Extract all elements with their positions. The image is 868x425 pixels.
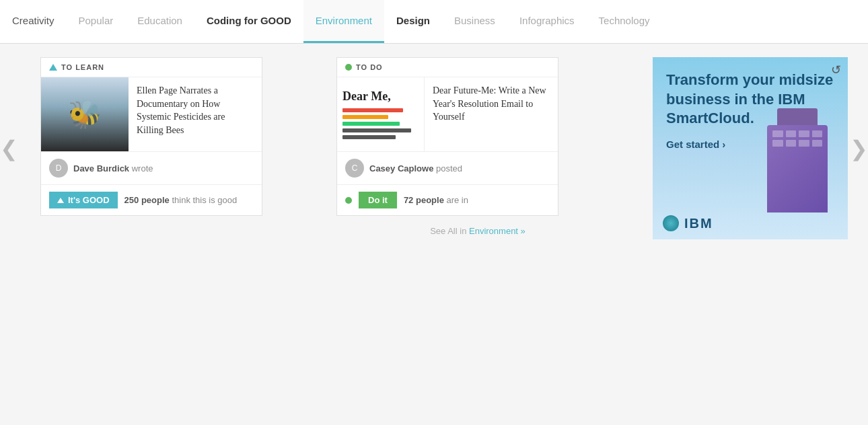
window [799,140,809,147]
card1-wrote: wrote [132,163,153,173]
window [799,130,809,137]
line4 [342,128,411,132]
nav-item-design[interactable]: Design [384,0,442,43]
ibm-globe-icon [663,215,679,231]
see-all: See All in Environment » [336,216,619,239]
card1-title: Ellen Page Narrates a Documentary on How… [129,77,262,151]
see-all-link[interactable]: Environment » [469,226,526,236]
building-windows [767,125,828,152]
card2-title: Dear Future-Me: Write a New Year's Resol… [425,77,558,151]
card2-tag-label: TO DO [356,63,383,71]
nav-item-creativity[interactable]: Creativity [0,0,67,43]
line2 [342,115,388,119]
dear-me-title-art: Dear Me, [342,89,419,104]
card2-section: TO DO Dear Me, [336,57,619,239]
carousel-left-arrow[interactable]: ❮ [0,136,18,161]
bees-image [41,77,129,151]
card1-image [41,77,129,151]
window [786,140,797,147]
card2-tag: TO DO [337,58,558,77]
card2-action: Do it 72 people are in [337,184,558,215]
ibm-logo: IBM [684,216,713,231]
window [812,130,823,137]
card2-image: Dear Me, [337,77,425,151]
good-arrow-icon [57,198,64,203]
tag-arrow-icon [49,64,57,71]
card2-doit-button[interactable]: Do it [359,192,397,208]
ad-building-art [754,98,841,212]
tag-dot-icon [345,64,352,71]
card1: TO LEARN Ellen Page Narrates a Documenta… [40,57,262,216]
main-content: ❮ TO LEARN Ellen Page Narrates a Documen… [0,44,868,253]
window [786,130,797,137]
card1-count: 250 people think this is good [124,195,238,205]
nav-item-popular[interactable]: Popular [67,0,126,43]
card1-section: TO LEARN Ellen Page Narrates a Documenta… [40,57,323,239]
card1-tag: TO LEARN [41,58,262,77]
line1 [342,108,403,112]
ad-panel: ↺ Transform your midsize business in the… [653,57,848,239]
ad-refresh-icon[interactable]: ↺ [831,63,841,77]
card2-body: Dear Me, Dear Future-Me: Write a New Yea… [337,77,558,151]
building-top [777,108,818,125]
card1-good-button[interactable]: It's GOOD [49,192,118,208]
line3 [342,122,400,126]
card2-avatar: C [345,159,364,178]
good-button-label: It's GOOD [68,195,110,205]
card1-author: D Dave Burdick wrote [41,151,262,184]
action-dot-icon [345,197,352,204]
main-nav: Creativity Popular Education Coding for … [0,0,868,44]
card2-posted: posted [436,163,462,173]
window [772,130,783,137]
window [772,140,783,147]
ad-ibm-area: IBM [663,215,713,231]
nav-item-infographics[interactable]: Infographics [507,0,587,43]
card2-count: 72 people are in [404,195,468,205]
nav-item-education[interactable]: Education [125,0,194,43]
cards-area: TO LEARN Ellen Page Narrates a Documenta… [40,57,619,239]
window [812,140,823,147]
card1-action: It's GOOD 250 people think this is good [41,184,262,215]
see-all-prefix: See All in [430,226,469,236]
carousel-right-arrow[interactable]: ❯ [850,136,868,161]
nav-item-coding[interactable]: Coding for GOOD [194,0,303,43]
card1-body: Ellen Page Narrates a Documentary on How… [41,77,262,151]
card1-avatar: D [49,159,68,178]
nav-item-business[interactable]: Business [442,0,507,43]
dear-me-image: Dear Me, [337,77,425,151]
card2-author-name: Casey Caplowe [369,163,433,173]
building-main [767,125,828,212]
nav-item-environment[interactable]: Environment [303,0,384,43]
card2-author: C Casey Caplowe posted [337,151,558,184]
card1-tag-label: TO LEARN [61,63,104,71]
line5 [342,135,396,139]
nav-item-technology[interactable]: Technology [587,0,662,43]
card2: TO DO Dear Me, [336,57,558,216]
card1-author-name: Dave Burdick [73,163,129,173]
dear-me-lines [342,108,419,139]
